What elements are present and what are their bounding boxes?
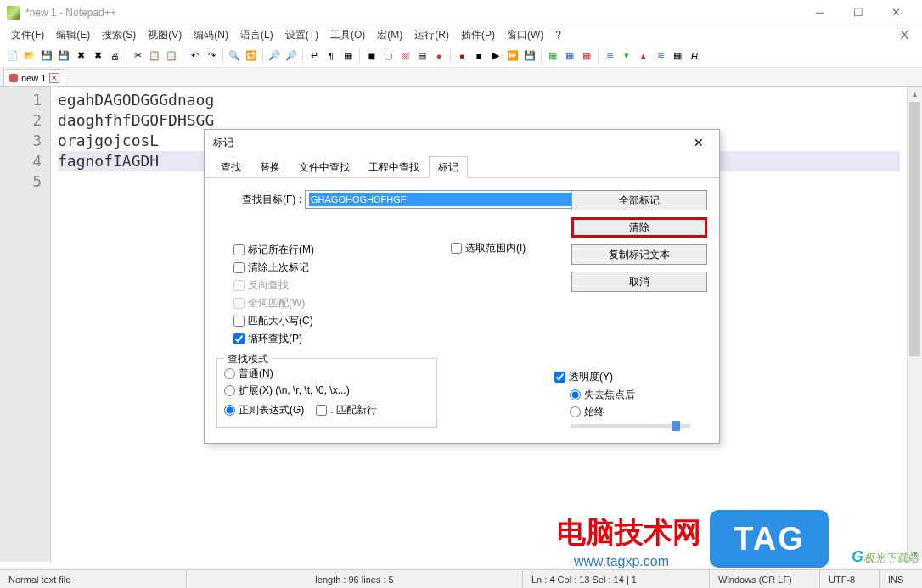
menu-help[interactable]: ? [549,27,567,42]
mode-extended[interactable]: 扩展(X) (\n, \r, \t, \0, \x...) [224,384,430,398]
status-eol[interactable]: Windows (CR LF) [710,570,820,588]
tool-icon[interactable]: ● [431,48,447,64]
wordwrap-icon[interactable]: ↵ [306,48,322,64]
dialog-titlebar[interactable]: 标记 ✕ [205,130,719,155]
scroll-up-icon[interactable]: ▲ [908,87,922,102]
code-line: egahDAGODGGGdnaog [58,90,900,110]
new-file-icon[interactable]: 📄 [5,48,20,64]
line-number: 1 [0,90,42,110]
tab-close-icon[interactable]: ✕ [49,73,59,83]
tool-icon[interactable]: ▧ [397,48,413,64]
zoom-in-icon[interactable]: 🔎 [267,48,282,64]
cut-icon[interactable]: ✂ [130,48,145,64]
dot-matches-newline[interactable]: . 匹配新行 [316,403,377,417]
show-all-icon[interactable]: ¶ [323,48,339,64]
transparency-check[interactable]: 透明度(Y) [554,370,707,384]
maximize-button[interactable]: ☐ [839,0,877,25]
trans-always[interactable]: 始终 [570,405,707,419]
search-label: 查找目标(F) : [216,193,301,207]
menu-plugins[interactable]: 插件(P) [455,26,501,44]
tool-icon[interactable]: ≋ [602,48,617,64]
wrap-check[interactable]: 循环查找(P) [233,332,707,346]
scroll-thumb[interactable] [909,102,920,356]
mode-regex[interactable]: 正则表达式(G) [224,403,304,417]
save-all-icon[interactable]: 💾 [56,48,71,64]
copy-marked-text-button[interactable]: 复制标记文本 [571,244,707,265]
transparency-group: 透明度(Y) 失去焦点后 始终 [554,370,707,428]
menu-file[interactable]: 文件(F) [5,26,50,44]
tool-icon[interactable]: ▦ [545,48,560,64]
menu-encoding[interactable]: 编码(N) [188,26,234,44]
file-tab[interactable]: new 1 ✕ [3,69,65,86]
copy-icon[interactable]: 📋 [147,48,162,64]
tool-icon[interactable]: ▴ [636,48,651,64]
menu-run[interactable]: 运行(R) [408,26,455,44]
redo-icon[interactable]: ↷ [204,48,219,64]
unfold-icon[interactable]: ▢ [380,48,396,64]
tool-icon[interactable]: ▦ [579,48,594,64]
in-selection-checkbox[interactable] [451,243,462,254]
fold-icon[interactable]: ▣ [363,48,379,64]
status-ins[interactable]: INS [880,570,922,588]
record-icon[interactable]: ● [454,48,469,64]
trans-onblur[interactable]: 失去焦点后 [570,388,707,402]
code-line: daoghfhfDGOFDHSGG [58,110,900,131]
find-icon[interactable]: 🔍 [227,48,242,64]
menu-window[interactable]: 窗口(W) [501,26,549,44]
in-selection-label: 选取范围内(I) [465,241,526,255]
tool-icon[interactable]: ▾ [619,48,634,64]
menu-edit[interactable]: 编辑(E) [50,26,96,44]
zoom-out-icon[interactable]: 🔎 [284,48,299,64]
status-encoding[interactable]: UTF-8 [820,570,880,588]
menu-language[interactable]: 语言(L) [234,26,279,44]
tool-icon[interactable]: ▤ [414,48,430,64]
tool-icon[interactable]: H [687,48,702,64]
tab-mark[interactable]: 标记 [429,156,468,178]
undo-icon[interactable]: ↶ [187,48,202,64]
close-all-icon[interactable]: ✖ [90,48,105,64]
minimize-button[interactable]: ─ [801,0,839,25]
mark-all-button[interactable]: 全部标记 [571,190,707,210]
paste-icon[interactable]: 📋 [164,48,179,64]
menu-tools[interactable]: 工具(O) [324,26,371,44]
mode-normal[interactable]: 普通(N) [224,367,430,381]
line-gutter: 1 2 3 4 5 [0,87,51,562]
menu-settings[interactable]: 设置(T) [279,26,324,44]
save-icon[interactable]: 💾 [39,48,54,64]
playfast-icon[interactable]: ⏩ [505,48,520,64]
clear-button[interactable]: 清除 [571,217,707,238]
slider-handle[interactable] [672,421,680,431]
play-icon[interactable]: ▶ [488,48,503,64]
menu-macro[interactable]: 宏(M) [371,26,408,44]
transparency-slider[interactable] [571,424,690,428]
watermark-url: www.tagxp.com [574,554,669,569]
in-selection-check[interactable]: 选取范围内(I) [451,241,526,255]
stop-icon[interactable]: ■ [471,48,486,64]
tab-findinprojects[interactable]: 工程中查找 [359,156,429,178]
window-title: *new 1 - Notepad++ [25,7,116,19]
dialog-close-icon[interactable]: ✕ [687,136,711,149]
tab-findinfiles[interactable]: 文件中查找 [290,156,359,178]
cancel-button[interactable]: 取消 [571,272,707,292]
menubar: 文件(F) 编辑(E) 搜索(S) 视图(V) 编码(N) 语言(L) 设置(T… [0,25,922,44]
search-mode-group: 查找模式 普通(N) 扩展(X) (\n, \r, \t, \0, \x...)… [216,358,437,428]
dialog-body: 查找目标(F) : ▾ 全部标记 清除 复制标记文本 取消 选取范围内(I) 标… [205,178,719,443]
tab-replace[interactable]: 替换 [250,156,290,178]
match-case-check[interactable]: 匹配大小写(C) [233,314,707,328]
menubar-close-icon[interactable]: X [892,28,917,42]
close-button[interactable]: ✕ [877,0,915,25]
line-number: 5 [0,171,42,192]
tool-icon[interactable]: ▦ [562,48,577,64]
indent-guide-icon[interactable]: ▦ [340,48,356,64]
print-icon[interactable]: 🖨 [107,48,122,64]
tool-icon[interactable]: ≋ [653,48,668,64]
save-macro-icon[interactable]: 💾 [522,48,537,64]
open-file-icon[interactable]: 📂 [22,48,37,64]
tool-icon[interactable]: ▦ [670,48,685,64]
replace-icon[interactable]: 🔁 [244,48,259,64]
tab-find[interactable]: 查找 [211,156,250,178]
menu-search[interactable]: 搜索(S) [96,26,142,44]
menu-view[interactable]: 视图(V) [142,26,188,44]
close-file-icon[interactable]: ✖ [73,48,88,64]
vertical-scrollbar[interactable]: ▲ ▼ [907,87,922,562]
